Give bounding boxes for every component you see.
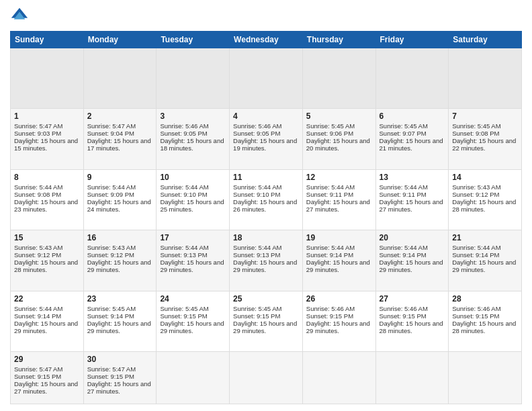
day-number: 23 <box>87 294 153 304</box>
day-number: 4 <box>233 111 299 121</box>
calendar-day-cell: 15Sunrise: 5:43 AMSunset: 9:12 PMDayligh… <box>11 230 84 291</box>
sunset: Sunset: 9:13 PM <box>233 251 280 259</box>
sunrise: Sunrise: 5:47 AM <box>87 365 136 373</box>
day-number: 9 <box>87 173 153 182</box>
sunset: Sunset: 9:08 PM <box>452 130 499 137</box>
sunset: Sunset: 9:14 PM <box>14 312 61 320</box>
calendar-day-cell: 21Sunrise: 5:44 AMSunset: 9:14 PMDayligh… <box>449 230 522 291</box>
calendar-day-cell <box>230 351 303 404</box>
daylight: Daylight: 15 hours and 29 minutes. <box>160 259 224 273</box>
day-number: 2 <box>87 111 153 121</box>
sunset: Sunset: 9:04 PM <box>87 130 134 137</box>
sunrise: Sunrise: 5:44 AM <box>306 244 355 251</box>
calendar-day-cell: 5Sunrise: 5:45 AMSunset: 9:06 PMDaylight… <box>302 109 375 169</box>
header <box>10 7 522 26</box>
sunrise: Sunrise: 5:46 AM <box>380 305 428 312</box>
day-number: 8 <box>14 173 80 182</box>
sunset: Sunset: 9:14 PM <box>380 251 427 259</box>
daylight: Daylight: 15 hours and 28 minutes. <box>452 198 516 213</box>
daylight: Daylight: 15 hours and 27 minutes. <box>87 380 151 395</box>
calendar-week-row: 15Sunrise: 5:43 AMSunset: 9:12 PMDayligh… <box>11 230 522 291</box>
sunrise: Sunrise: 5:45 AM <box>306 122 355 130</box>
calendar-day-cell: 29Sunrise: 5:47 AMSunset: 9:15 PMDayligh… <box>11 351 84 404</box>
calendar-day-cell <box>230 48 303 109</box>
daylight: Daylight: 15 hours and 21 minutes. <box>380 137 443 152</box>
calendar-week-row: 1Sunrise: 5:47 AMSunset: 9:03 PMDaylight… <box>11 109 522 169</box>
logo <box>10 7 32 26</box>
daylight: Daylight: 15 hours and 27 minutes. <box>380 198 443 213</box>
day-number: 6 <box>380 111 445 121</box>
day-of-week-header: Thursday <box>302 32 375 48</box>
sunrise: Sunrise: 5:47 AM <box>14 365 62 373</box>
sunrise: Sunrise: 5:45 AM <box>452 122 500 130</box>
sunset: Sunset: 9:11 PM <box>380 191 427 198</box>
sunrise: Sunrise: 5:45 AM <box>233 305 281 312</box>
calendar-day-cell <box>449 351 522 404</box>
sunrise: Sunrise: 5:43 AM <box>14 244 62 251</box>
calendar-day-cell: 11Sunrise: 5:44 AMSunset: 9:10 PMDayligh… <box>230 169 303 230</box>
calendar-day-cell: 8Sunrise: 5:44 AMSunset: 9:08 PMDaylight… <box>11 169 84 230</box>
calendar-day-cell: 19Sunrise: 5:44 AMSunset: 9:14 PMDayligh… <box>302 230 375 291</box>
sunset: Sunset: 9:05 PM <box>160 130 207 137</box>
calendar-week-row: 29Sunrise: 5:47 AMSunset: 9:15 PMDayligh… <box>11 351 522 404</box>
day-of-week-header: Tuesday <box>157 32 230 48</box>
day-number: 18 <box>233 233 299 242</box>
sunset: Sunset: 9:11 PM <box>306 191 353 198</box>
sunset: Sunset: 9:03 PM <box>14 130 61 137</box>
calendar-day-cell: 22Sunrise: 5:44 AMSunset: 9:14 PMDayligh… <box>11 291 84 351</box>
day-number: 25 <box>233 294 299 304</box>
calendar-day-cell: 13Sunrise: 5:44 AMSunset: 9:11 PMDayligh… <box>375 169 449 230</box>
calendar-day-cell: 10Sunrise: 5:44 AMSunset: 9:10 PMDayligh… <box>157 169 230 230</box>
daylight: Daylight: 15 hours and 27 minutes. <box>306 198 370 213</box>
day-of-week-header: Wednesday <box>230 32 303 48</box>
calendar-day-cell: 18Sunrise: 5:44 AMSunset: 9:13 PMDayligh… <box>230 230 303 291</box>
sunset: Sunset: 9:12 PM <box>14 251 61 259</box>
calendar-day-cell: 3Sunrise: 5:46 AMSunset: 9:05 PMDaylight… <box>157 109 230 169</box>
daylight: Daylight: 15 hours and 20 minutes. <box>306 137 370 152</box>
calendar-day-cell: 30Sunrise: 5:47 AMSunset: 9:15 PMDayligh… <box>83 351 157 404</box>
daylight: Daylight: 15 hours and 29 minutes. <box>160 320 224 334</box>
day-number: 11 <box>233 173 299 182</box>
day-number: 14 <box>452 173 518 182</box>
sunrise: Sunrise: 5:43 AM <box>452 183 500 191</box>
calendar-day-cell: 28Sunrise: 5:46 AMSunset: 9:15 PMDayligh… <box>449 291 522 351</box>
calendar-day-cell <box>302 48 375 109</box>
daylight: Daylight: 15 hours and 29 minutes. <box>87 320 151 334</box>
daylight: Daylight: 15 hours and 26 minutes. <box>233 198 297 213</box>
calendar-day-cell: 26Sunrise: 5:46 AMSunset: 9:15 PMDayligh… <box>302 291 375 351</box>
sunrise: Sunrise: 5:45 AM <box>380 122 428 130</box>
calendar-day-cell <box>11 48 84 109</box>
day-number: 27 <box>380 294 445 304</box>
calendar-day-cell: 4Sunrise: 5:46 AMSunset: 9:05 PMDaylight… <box>230 109 303 169</box>
day-number: 3 <box>160 111 226 121</box>
daylight: Daylight: 15 hours and 15 minutes. <box>14 137 78 152</box>
day-number: 1 <box>14 111 80 121</box>
day-number: 7 <box>452 111 518 121</box>
calendar-day-cell: 17Sunrise: 5:44 AMSunset: 9:13 PMDayligh… <box>157 230 230 291</box>
sunrise: Sunrise: 5:44 AM <box>87 183 136 191</box>
calendar-day-cell: 16Sunrise: 5:43 AMSunset: 9:12 PMDayligh… <box>83 230 157 291</box>
calendar-day-cell <box>302 351 375 404</box>
daylight: Daylight: 15 hours and 23 minutes. <box>14 198 78 213</box>
sunrise: Sunrise: 5:44 AM <box>452 244 500 251</box>
daylight: Daylight: 15 hours and 17 minutes. <box>87 137 151 152</box>
day-number: 29 <box>14 355 80 364</box>
calendar-header-row: SundayMondayTuesdayWednesdayThursdayFrid… <box>11 32 522 48</box>
sunrise: Sunrise: 5:46 AM <box>306 305 355 312</box>
sunrise: Sunrise: 5:47 AM <box>14 122 62 130</box>
day-number: 19 <box>306 233 372 242</box>
sunrise: Sunrise: 5:44 AM <box>160 183 208 191</box>
daylight: Daylight: 15 hours and 29 minutes. <box>233 259 297 273</box>
calendar-week-row: 8Sunrise: 5:44 AMSunset: 9:08 PMDaylight… <box>11 169 522 230</box>
calendar-day-cell: 20Sunrise: 5:44 AMSunset: 9:14 PMDayligh… <box>375 230 449 291</box>
calendar-day-cell: 27Sunrise: 5:46 AMSunset: 9:15 PMDayligh… <box>375 291 449 351</box>
calendar-table: SundayMondayTuesdayWednesdayThursdayFrid… <box>10 31 522 404</box>
sunset: Sunset: 9:12 PM <box>87 251 134 259</box>
calendar-week-row: 22Sunrise: 5:44 AMSunset: 9:14 PMDayligh… <box>11 291 522 351</box>
calendar-day-cell: 12Sunrise: 5:44 AMSunset: 9:11 PMDayligh… <box>302 169 375 230</box>
day-of-week-header: Sunday <box>11 32 84 48</box>
sunset: Sunset: 9:15 PM <box>87 373 134 380</box>
sunset: Sunset: 9:15 PM <box>452 312 499 320</box>
day-number: 22 <box>14 294 80 304</box>
sunset: Sunset: 9:08 PM <box>14 191 61 198</box>
